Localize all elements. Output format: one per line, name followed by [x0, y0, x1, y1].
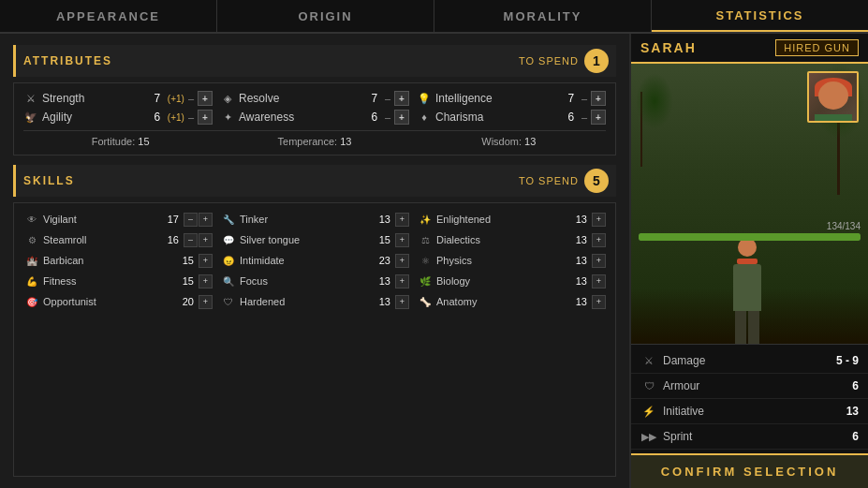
steamroll-increase-btn[interactable]: +: [199, 233, 213, 247]
skills-grid: 👁 Vigilant 17 – + ⚙ Steamroll 16: [23, 211, 606, 310]
vigilant-increase-btn[interactable]: +: [199, 213, 213, 227]
character-portrait-area: 134/134: [631, 64, 868, 344]
skill-row-physics: ⚛ Physics 13 +: [417, 252, 606, 269]
awareness-label: Awareness: [239, 111, 364, 124]
skills-spend-badge: 5: [584, 169, 609, 193]
skill-row-steamroll: ⚙ Steamroll 16 – +: [23, 231, 213, 248]
biology-value: 13: [570, 275, 587, 287]
derived-stats-row: Fortitude: 15 Temperance: 13 Wisdom: 13: [23, 130, 606, 147]
skills-spend-group: TO SPEND 5: [519, 169, 609, 193]
barbican-value: 15: [177, 255, 194, 266]
skill-row-biology: 🌿 Biology 13 +: [417, 273, 606, 289]
tinker-increase-btn[interactable]: +: [395, 213, 409, 227]
character-torso: [733, 264, 761, 311]
biology-controls: +: [592, 274, 606, 288]
fitness-controls: +: [199, 274, 213, 288]
skills-title: SKILLS: [23, 174, 75, 187]
character-legs: [733, 311, 761, 344]
barbican-icon: 🏰: [23, 252, 40, 269]
armour-icon: 🛡: [640, 377, 657, 394]
skills-col2: 🔧 Tinker 13 + 💬 Silver tongue 15: [220, 211, 409, 310]
character-right-leg: [748, 311, 759, 344]
agility-increase-button[interactable]: +: [198, 110, 213, 125]
health-bar-fill: [639, 233, 861, 241]
enlightened-label: Enlightened: [436, 214, 567, 225]
steamroll-decrease-btn[interactable]: –: [184, 233, 198, 247]
awareness-increase-button[interactable]: +: [394, 110, 409, 125]
hardened-label: Hardened: [240, 296, 371, 307]
strength-label: Strength: [42, 92, 147, 105]
charisma-label: Charisma: [435, 111, 561, 124]
skill-row-opportunist: 🎯 Opportunist 20 +: [23, 293, 213, 310]
nav-tab-appearance[interactable]: APPEARANCE: [0, 0, 217, 32]
attributes-spend-group: TO SPEND 1: [519, 49, 609, 73]
character-header: SARAH HIRED GUN: [631, 34, 868, 64]
awareness-icon: ✦: [220, 110, 235, 125]
silver-tongue-controls: +: [395, 233, 409, 247]
tinker-label: Tinker: [240, 214, 371, 225]
vigilant-decrease-btn[interactable]: –: [184, 213, 198, 227]
attr-row-agility: 🦅 Agility 6 (+1) – +: [23, 110, 213, 125]
portrait-background: 134/134: [631, 64, 868, 344]
character-head: [738, 238, 757, 257]
anatomy-label: Anatomy: [436, 296, 567, 307]
attributes-header: ATTRIBUTES TO SPEND 1: [13, 45, 616, 77]
focus-icon: 🔍: [220, 273, 237, 289]
steamroll-value: 16: [162, 234, 179, 245]
sprint-label: Sprint: [663, 430, 852, 443]
skills-header: SKILLS TO SPEND 5: [13, 165, 616, 197]
damage-value: 5 - 9: [836, 354, 859, 367]
initiative-label: Initiative: [663, 405, 846, 418]
enlightened-increase-btn[interactable]: +: [592, 213, 606, 227]
attr-row-charisma: ♦ Charisma 6 – +: [417, 110, 606, 125]
initiative-icon: ⚡: [640, 403, 657, 420]
barbican-controls: +: [199, 254, 213, 268]
physics-value: 13: [570, 255, 587, 266]
tinker-value: 13: [374, 214, 390, 225]
opportunist-value: 20: [177, 296, 194, 307]
character-name: SARAH: [640, 40, 775, 55]
nature-background: [631, 64, 868, 344]
vigilant-value: 17: [162, 214, 179, 225]
steamroll-label: Steamroll: [43, 234, 159, 245]
nav-tab-morality[interactable]: MORALITY: [434, 0, 652, 32]
dialectics-icon: ⚖: [417, 231, 434, 248]
resolve-increase-button[interactable]: +: [394, 91, 409, 106]
skill-row-anatomy: 🦴 Anatomy 13 +: [417, 293, 606, 310]
skill-row-enlightened: ✨ Enlightened 13 +: [417, 211, 606, 228]
anatomy-increase-btn[interactable]: +: [592, 295, 606, 309]
tinker-icon: 🔧: [220, 211, 237, 228]
skill-row-fitness: 💪 Fitness 15 +: [23, 273, 213, 289]
resolve-value: 7: [368, 92, 381, 105]
charisma-increase-button[interactable]: +: [591, 110, 606, 125]
intimidate-value: 23: [374, 255, 390, 266]
dialectics-label: Dialectics: [436, 234, 567, 245]
charisma-value: 6: [565, 111, 578, 124]
strength-icon: ⚔: [23, 91, 38, 106]
nav-tab-origin[interactable]: ORIGIN: [217, 0, 434, 32]
strength-increase-button[interactable]: +: [198, 91, 213, 106]
silver-tongue-increase-btn[interactable]: +: [395, 233, 409, 247]
steamroll-icon: ⚙: [23, 231, 40, 248]
hardened-increase-btn[interactable]: +: [395, 295, 409, 309]
attr-row-intelligence: 💡 Intelligence 7 – +: [417, 91, 606, 106]
dialectics-increase-btn[interactable]: +: [592, 233, 606, 247]
opportunist-increase-btn[interactable]: +: [199, 295, 213, 309]
character-body: [733, 238, 761, 344]
focus-increase-btn[interactable]: +: [395, 274, 409, 288]
dialectics-value: 13: [570, 234, 587, 245]
biology-label: Biology: [436, 275, 567, 287]
intimidate-label: Intimidate: [240, 255, 371, 266]
anatomy-icon: 🦴: [417, 293, 434, 310]
nav-tab-statistics[interactable]: STATISTICS: [652, 0, 868, 32]
intimidate-increase-btn[interactable]: +: [395, 254, 409, 268]
physics-increase-btn[interactable]: +: [592, 254, 606, 268]
fitness-increase-btn[interactable]: +: [199, 274, 213, 288]
health-current: 134: [827, 221, 843, 231]
biology-increase-btn[interactable]: +: [592, 274, 606, 288]
confirm-selection-button[interactable]: CONFIRM SELECTION: [631, 453, 868, 488]
intelligence-increase-button[interactable]: +: [591, 91, 606, 106]
barbican-increase-btn[interactable]: +: [199, 254, 213, 268]
silver-tongue-label: Silver tongue: [240, 234, 371, 245]
skills-box: 👁 Vigilant 17 – + ⚙ Steamroll 16: [13, 202, 616, 477]
